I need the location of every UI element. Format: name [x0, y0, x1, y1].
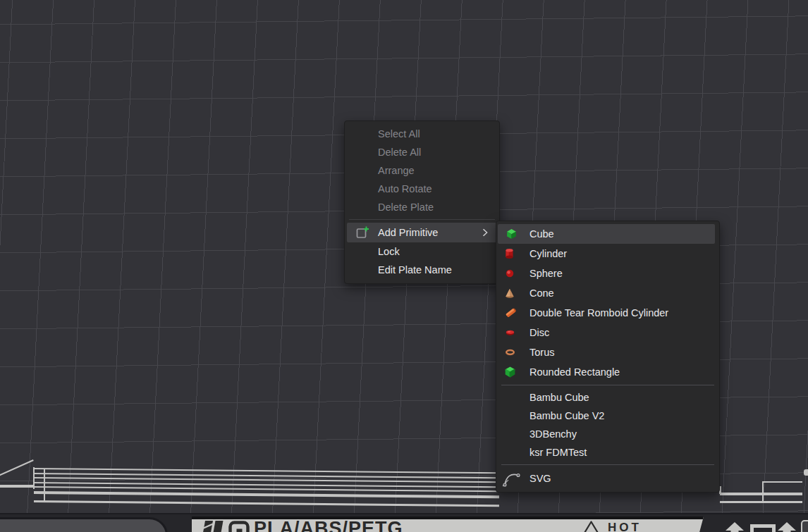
menu-item-label: Bambu Cube [530, 392, 589, 403]
menu-item-label: Disc [530, 327, 549, 338]
menu-item-arrange: Arrange [345, 161, 499, 180]
menu-item-cylinder[interactable]: Cylinder [496, 244, 719, 264]
menu-item-cone[interactable]: Cone [496, 283, 719, 303]
hot-warning-triangle-icon [580, 520, 602, 532]
plate-type-icon [228, 521, 250, 532]
svg-bezier-icon [502, 470, 521, 487]
menu-item-label: Rounded Rectangle [530, 366, 620, 378]
menu-item-delete-plate: Delete Plate [345, 198, 499, 216]
add-primitive-submenu: CubeCylinderSphereConeDouble Tear Romboi… [496, 221, 720, 493]
menu-item-label: Cone [530, 287, 554, 299]
plate-handle-tab [0, 517, 168, 532]
menu-item-label: Delete Plate [378, 202, 434, 213]
menu-item-label: 3DBenchy [530, 428, 577, 440]
menu-item-delete-all: Delete All [345, 143, 499, 161]
menu-item-label: Edit Plate Name [378, 264, 452, 276]
plate-front-strip: PLA/ABS/PETG HOT [0, 513, 808, 532]
cone-icon [505, 288, 515, 299]
menu-item-add-primitive[interactable]: Add Primitive [347, 223, 497, 242]
menu-item-label: Cylinder [530, 248, 567, 259]
torus-icon [505, 349, 515, 357]
menu-item-label: Delete All [378, 147, 421, 158]
menu-item-label: Bambu Cube V2 [530, 410, 604, 421]
menu-item-bambu-cube[interactable]: Bambu Cube [496, 388, 719, 407]
menu-item-label: Cube [530, 228, 554, 240]
bambu-logo-icon [200, 521, 226, 532]
menu-item-label: Add Primitive [378, 227, 438, 238]
menu-item-label: SVG [530, 473, 551, 484]
plate-material-label: PLA/ABS/PETG [254, 519, 403, 532]
menu-separator [501, 385, 714, 385]
menu-item-double-tear-romboid-cylinder[interactable]: Double Tear Romboid Cylinder [496, 303, 719, 323]
menu-item-label: ksr FDMTest [530, 447, 587, 458]
context-menu: Select AllDelete AllArrangeAuto RotateDe… [344, 120, 500, 284]
menu-item-edit-plate-name[interactable]: Edit Plate Name [345, 261, 499, 279]
menu-item-ksr-fdmtest[interactable]: ksr FDMTest [496, 443, 719, 462]
lift-arrow-icon [723, 522, 746, 532]
plate-front-border [0, 513, 808, 514]
menu-item-bambu-cube-v2[interactable]: Bambu Cube V2 [496, 407, 719, 425]
submenu-arrow-icon [482, 228, 488, 237]
menu-item-lock[interactable]: Lock [345, 242, 499, 261]
double-tear-romboid-cylinder-icon [505, 307, 517, 319]
menu-item-disc[interactable]: Disc [496, 323, 719, 342]
plate-hot-label: HOT [608, 520, 642, 532]
disc-icon [505, 328, 515, 337]
menu-item-label: Lock [378, 246, 400, 257]
menu-item-label: Sphere [530, 268, 563, 279]
plate-material-bar: PLA/ABS/PETG HOT [192, 516, 704, 532]
menu-item-cube[interactable]: Cube [498, 224, 715, 244]
menu-item-label: Torus [530, 347, 554, 358]
menu-item-label: Arrange [378, 165, 415, 176]
plate-corner-marking [801, 520, 808, 532]
menu-item-rounded-rectangle[interactable]: Rounded Rectangle [496, 362, 719, 382]
menu-item-sphere[interactable]: Sphere [496, 264, 719, 283]
menu-separator [501, 464, 714, 465]
add-primitive-icon [355, 225, 369, 240]
lift-arrow-icon [776, 522, 798, 532]
menu-item-svg[interactable]: SVG [496, 468, 719, 489]
menu-item-label: Double Tear Romboid Cylinder [530, 307, 668, 318]
menu-item-torus[interactable]: Torus [496, 342, 719, 362]
menu-item-label: Select All [378, 128, 420, 140]
menu-separator [349, 219, 495, 220]
menu-item-label: Auto Rotate [378, 183, 432, 194]
rounded-rectangle-icon [505, 366, 515, 378]
cube-icon [506, 228, 517, 240]
plate-square-marking [750, 524, 776, 532]
sphere-icon [505, 268, 515, 278]
plate-line-endcap [804, 469, 808, 476]
cylinder-icon [505, 248, 514, 259]
menu-item-3dbenchy[interactable]: 3DBenchy [496, 425, 719, 443]
menu-item-select-all: Select All [345, 125, 499, 143]
menu-item-auto-rotate: Auto Rotate [345, 180, 499, 198]
